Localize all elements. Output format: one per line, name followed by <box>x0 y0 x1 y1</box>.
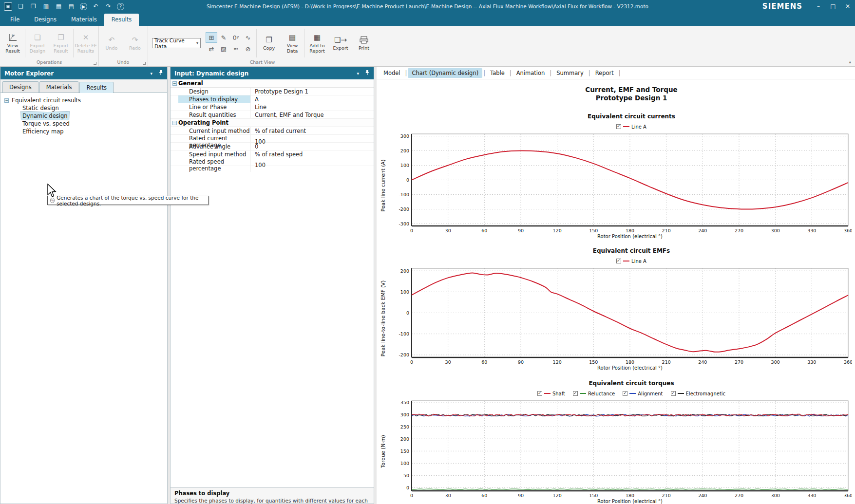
save-icon[interactable]: ▥ <box>42 2 50 11</box>
new-file-icon[interactable]: ❏ <box>17 2 25 11</box>
property-row[interactable]: Current input method% of rated current <box>171 127 374 135</box>
property-value[interactable]: 100 <box>250 158 374 172</box>
collapse-icon[interactable]: − <box>4 98 9 103</box>
checkbox-checked-icon[interactable] <box>616 259 621 263</box>
track-curve-data-dropdown[interactable]: Track Curve Data ▾ <box>152 38 201 48</box>
export-result-button[interactable]: ❐ Export Result <box>49 31 73 55</box>
add-to-report-button[interactable]: ▦ Add to Report <box>305 31 329 55</box>
checkbox-checked-icon[interactable] <box>537 391 542 396</box>
pan-zoom-icon[interactable]: ⊘ <box>242 43 254 54</box>
menu-tab-materials[interactable]: Materials <box>64 14 104 26</box>
checkbox-checked-icon[interactable] <box>671 391 676 396</box>
tree-item-dynamic-design[interactable]: Dynamic design <box>21 112 69 120</box>
property-row[interactable]: Result quantitiesCurrent, EMF and Torque <box>171 111 374 119</box>
run-icon[interactable]: ▶ <box>80 3 87 10</box>
zero-y-axis-icon[interactable]: 0ʸ <box>230 32 242 43</box>
chart-background-icon[interactable]: ▨ <box>218 43 229 54</box>
property-value[interactable]: Current, EMF and Torque <box>250 111 374 118</box>
curve-area-icon[interactable]: ∿ <box>242 32 254 43</box>
view-result-button[interactable]: R View Result <box>1 31 24 55</box>
property-value[interactable]: % of rated speed <box>250 150 374 158</box>
smooth-curves-icon[interactable]: ≈ <box>230 43 242 54</box>
section-header-general[interactable]: −General <box>171 79 374 88</box>
dialog-launcher-icon[interactable] <box>143 62 146 65</box>
svg-text:100: 100 <box>400 163 409 168</box>
svg-text:250: 250 <box>400 424 409 429</box>
dialog-launcher-icon[interactable] <box>94 62 96 65</box>
pin-icon[interactable] <box>158 70 163 77</box>
save-report-icon[interactable]: ▦ <box>55 2 63 11</box>
chart-plot[interactable]: 0306090120150180210240270300330360050100… <box>389 398 852 504</box>
export-result-icon: ❐ <box>57 33 64 42</box>
help-icon[interactable]: ? <box>117 3 124 10</box>
checkbox-checked-icon[interactable] <box>573 391 578 396</box>
undo-icon[interactable]: ↶ <box>92 2 100 11</box>
collapse-icon[interactable]: − <box>172 121 177 125</box>
copy-button[interactable]: ❐ Copy <box>257 34 281 53</box>
menu-tab-file[interactable]: File <box>3 14 27 26</box>
redo-button[interactable]: ↷ Redo <box>123 34 147 53</box>
undo-button[interactable]: ↶ Undo <box>100 34 123 53</box>
chart-row: Torque (N·m)0306090120150180210240270300… <box>377 398 855 504</box>
view-data-button[interactable]: ▤ View Data <box>281 31 304 55</box>
property-row[interactable]: DesignPrototype Design 1 <box>171 88 374 95</box>
property-row[interactable]: Speed input method% of rated speed <box>171 150 374 158</box>
report-icon[interactable]: ▤ <box>67 2 76 11</box>
menu-tab-results[interactable]: Results <box>104 14 139 26</box>
export-design-button[interactable]: ❏ Export Design <box>26 31 49 55</box>
chart-properties-icon[interactable]: ⊞ <box>206 32 217 43</box>
property-row[interactable]: Phases to displayA <box>171 95 374 103</box>
property-label: Speed input method <box>178 150 250 158</box>
property-value[interactable]: % of rated current <box>250 127 374 134</box>
tab-results[interactable]: Results <box>79 82 114 93</box>
svg-text:30: 30 <box>445 359 451 365</box>
property-row[interactable]: Line or PhaseLine <box>171 103 374 111</box>
tab-materials[interactable]: Materials <box>39 81 79 93</box>
panel-menu-icon[interactable]: ▾ <box>357 71 359 76</box>
results-tab-table[interactable]: Table <box>486 68 509 78</box>
export-button[interactable]: ❏→ Export <box>329 34 352 53</box>
y-axis-label-text: Peak line-to-line back EMF (V) <box>380 280 386 357</box>
checkbox-checked-icon[interactable] <box>623 391 627 396</box>
checkbox-checked-icon[interactable] <box>616 124 621 129</box>
property-row[interactable]: Rated speed percentage100 <box>171 158 374 166</box>
section-header-operating-point[interactable]: −Operating Point <box>171 119 374 127</box>
results-tab-report[interactable]: Report <box>591 68 618 78</box>
panel-menu-icon[interactable]: ▾ <box>150 71 152 76</box>
print-button[interactable]: Print <box>352 34 376 53</box>
chart-plot[interactable]: 0306090120150180210240270300330360-200-1… <box>389 266 852 371</box>
property-row[interactable]: Advance angle0 <box>171 143 374 150</box>
delete-fe-results-button[interactable]: ✕ Delete FE Results <box>74 31 97 55</box>
maximize-button[interactable]: □ <box>826 0 840 12</box>
property-value[interactable]: A <box>250 95 374 103</box>
svg-text:60: 60 <box>481 228 487 233</box>
property-value[interactable]: Line <box>250 103 374 111</box>
property-row[interactable]: Rated current percentage100 <box>171 135 374 143</box>
pin-icon[interactable] <box>365 70 370 77</box>
group-label-operations: Operations <box>1 59 97 66</box>
curve-labels-icon[interactable]: ✎ <box>218 32 229 43</box>
chart-main-title: Current, EMF and Torque <box>377 86 855 94</box>
swap-xy-axes-icon[interactable]: ⇄ <box>206 43 217 54</box>
property-value[interactable]: Prototype Design 1 <box>250 88 374 95</box>
svg-text:240: 240 <box>698 493 707 498</box>
tree-item-static-design[interactable]: Static design <box>21 104 60 112</box>
tree-item-torque-vs-speed[interactable]: Torque vs. speed <box>21 120 71 128</box>
chart-legend: Line A <box>377 123 855 130</box>
tree-item-efficiency-map[interactable]: Efficiency map <box>21 128 65 135</box>
chart-plot[interactable]: 0306090120150180210240270300330360-300-2… <box>389 131 852 240</box>
property-value[interactable]: 0 <box>250 143 374 150</box>
collapse-ribbon-icon[interactable]: ▴ <box>849 59 851 64</box>
redo-icon[interactable]: ↷ <box>104 2 113 11</box>
collapse-icon[interactable]: − <box>172 81 177 86</box>
tree-root-item[interactable]: − Equivalent circuit results <box>4 96 165 104</box>
tab-designs[interactable]: Designs <box>2 81 38 93</box>
results-tab-animation[interactable]: Animation <box>513 68 549 78</box>
results-tab-chart-dynamic-design-[interactable]: Chart (Dynamic design) <box>408 68 482 78</box>
results-tab-model[interactable]: Model <box>380 68 404 78</box>
open-file-icon[interactable]: ❐ <box>29 2 38 11</box>
menu-tab-designs[interactable]: Designs <box>27 14 64 26</box>
results-tab-summary[interactable]: Summary <box>552 68 588 78</box>
close-button[interactable]: ✕ <box>840 0 855 12</box>
minimize-button[interactable]: – <box>811 0 826 12</box>
